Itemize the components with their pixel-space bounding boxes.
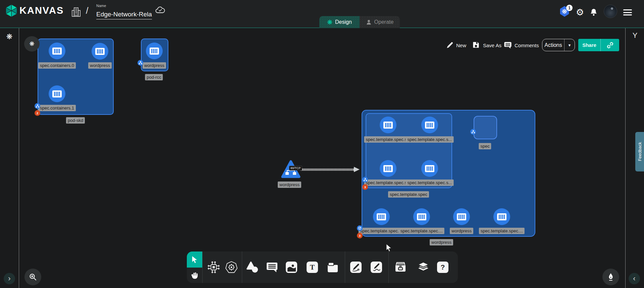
container-node[interactable] <box>373 208 390 225</box>
node-label: spec.template.spec.s... <box>364 179 412 186</box>
mode-tabs: ❋ Design Operate <box>319 16 400 28</box>
comments-button[interactable]: Comments <box>515 43 539 48</box>
save-as-button[interactable]: Save As <box>483 43 501 48</box>
actions-caret-icon[interactable]: ▼ <box>565 43 575 47</box>
node-label: wordpress <box>88 62 112 69</box>
node-label: spec.template.spec.... <box>399 228 444 234</box>
edge-arrowhead-icon <box>354 167 360 172</box>
pod-kind-badge-icon[interactable] <box>35 103 40 109</box>
save-as-floppy-icon[interactable] <box>472 41 480 49</box>
comment-bubble-icon <box>266 262 278 273</box>
container-node-wordpress-rcc[interactable] <box>146 43 163 59</box>
select-tool[interactable] <box>187 251 202 268</box>
copy-link-icon[interactable] <box>601 42 619 49</box>
new-pencil-icon[interactable] <box>446 42 453 49</box>
layers-tool[interactable] <box>416 260 431 275</box>
mouse-cursor <box>386 244 392 252</box>
container-node-spec-containers-0[interactable] <box>49 43 65 59</box>
kubernetes-helm-icon <box>225 261 238 274</box>
drawer-icon <box>394 262 407 273</box>
help-icon: ? <box>437 262 448 273</box>
tab-design[interactable]: ❋ Design <box>319 16 360 28</box>
drawer-tool[interactable] <box>393 260 408 275</box>
feedback-tab[interactable]: Feedback <box>635 132 644 171</box>
dock-divider <box>202 251 203 283</box>
left-rail-expand-button[interactable]: › <box>4 273 15 284</box>
share-button[interactable]: Share <box>578 39 619 51</box>
note-icon <box>327 262 338 273</box>
settings-gear-icon[interactable]: ⚙ <box>575 7 585 17</box>
tab-operate-label: Operate <box>374 19 394 25</box>
container-icon <box>377 213 386 220</box>
design-name-label: Name <box>96 4 106 8</box>
deployment-kind-badge-icon[interactable] <box>357 225 363 231</box>
canvas-settings-button[interactable]: ❋ <box>24 36 40 52</box>
pen-mode-button[interactable] <box>602 269 619 285</box>
left-rail-spark-icon[interactable]: ❋ <box>5 32 14 42</box>
container-icon <box>417 213 426 220</box>
dock-divider <box>242 251 242 283</box>
container-node[interactable] <box>413 208 430 225</box>
shapes-tool[interactable] <box>245 260 260 275</box>
node-label: spec.template.spec.s... <box>406 179 454 186</box>
group-label: wordpress <box>430 239 453 245</box>
container-node[interactable] <box>453 208 470 225</box>
k8s-context-count-badge: 1 <box>566 5 573 11</box>
group-label: spec.template.spec <box>388 191 429 198</box>
pod-kind-badge-icon[interactable] <box>138 60 143 66</box>
dock-divider <box>345 251 345 283</box>
error-count-badge[interactable]: 2 <box>35 110 40 116</box>
container-node[interactable] <box>380 160 396 177</box>
network-edge[interactable] <box>301 168 355 171</box>
node-label: wordpress <box>278 182 301 188</box>
freehand-tool[interactable] <box>369 260 384 275</box>
logo-wordmark[interactable]: KANVAS <box>19 5 64 16</box>
container-node[interactable] <box>421 160 438 177</box>
container-node-spec-containers-1[interactable] <box>49 85 65 102</box>
zoom-search-button[interactable] <box>24 269 41 285</box>
organization-icon[interactable] <box>71 7 81 17</box>
node-label: spec.template.spec.... <box>479 228 525 234</box>
design-name-input[interactable] <box>96 9 152 19</box>
text-tool[interactable]: T <box>305 260 320 275</box>
feedback-label: Feedback <box>637 142 642 161</box>
container-icon <box>425 165 434 172</box>
spec-node[interactable] <box>474 116 497 139</box>
kubernetes-tool[interactable] <box>224 260 239 275</box>
comment-tool[interactable] <box>265 260 279 275</box>
container-node[interactable] <box>421 117 438 133</box>
actions-button-label: Actions <box>542 42 564 48</box>
error-count-badge[interactable]: 3 <box>362 184 368 190</box>
edge-port-label[interactable]: 80/TCP <box>289 166 302 170</box>
actions-button[interactable]: Actions ▼ <box>542 39 575 51</box>
pen-tool[interactable] <box>348 260 363 275</box>
tab-operate[interactable]: Operate <box>360 16 400 28</box>
notifications-bell-icon[interactable] <box>589 7 598 17</box>
container-icon <box>457 213 466 220</box>
pod-kind-badge-icon[interactable] <box>470 129 476 135</box>
comments-icon[interactable] <box>504 42 512 49</box>
error-count-badge[interactable]: 3 <box>357 233 363 238</box>
container-node[interactable] <box>380 117 396 133</box>
select-cursor-icon <box>191 256 198 263</box>
new-button[interactable]: New <box>456 43 466 48</box>
hamburger-menu-icon[interactable] <box>623 9 632 15</box>
y-panel-icon[interactable]: Y <box>631 31 639 40</box>
operate-person-icon <box>366 19 372 25</box>
pan-tool[interactable] <box>187 268 202 283</box>
container-node-wordpress[interactable] <box>92 43 108 60</box>
right-rail-collapse-button[interactable]: ‹ <box>629 273 640 284</box>
template-spec-group[interactable] <box>366 113 452 188</box>
kanvas-logo-icon[interactable] <box>5 4 18 17</box>
container-node[interactable] <box>493 208 510 225</box>
component-tool[interactable] <box>206 260 221 275</box>
user-avatar[interactable] <box>604 5 617 18</box>
node-label: spec.template.spec.s... <box>406 136 454 143</box>
node-label: spec.template.spec.... <box>359 228 404 234</box>
help-tool[interactable]: ? <box>435 260 450 275</box>
container-icon <box>52 90 62 97</box>
image-tool[interactable] <box>284 260 299 275</box>
pod-kind-badge-icon[interactable] <box>362 177 368 183</box>
container-icon <box>425 122 434 129</box>
note-tool[interactable] <box>325 260 340 275</box>
